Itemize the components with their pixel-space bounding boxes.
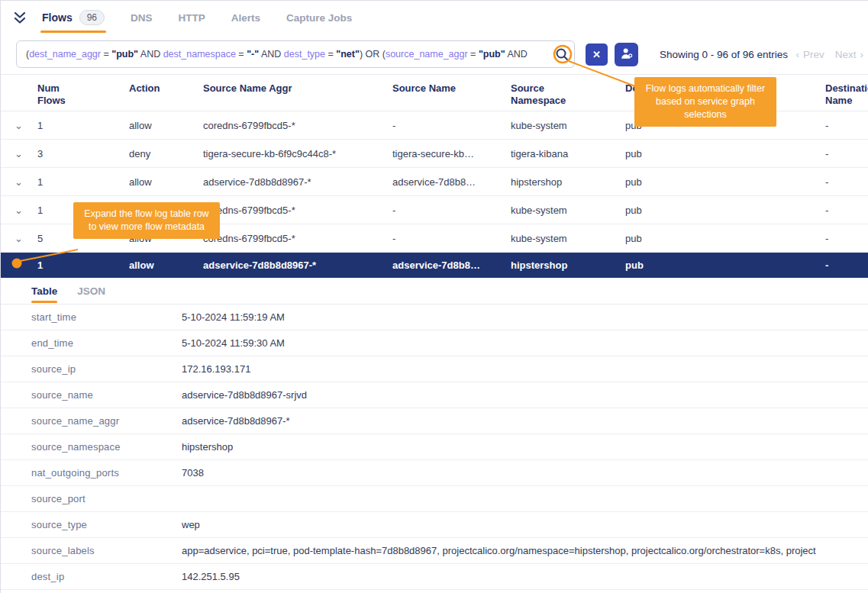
- table-row[interactable]: ⌄3denytigera-secure-kb-6f9c9c44c8-*tiger…: [1, 140, 868, 168]
- tab-capture-jobs[interactable]: Capture Jobs: [286, 1, 352, 34]
- flow-logs-panel: Flows 96 DNS HTTP Alerts Capture Jobs (d…: [0, 0, 868, 593]
- cell-dest-name: -: [825, 205, 868, 216]
- search-icon[interactable]: [554, 47, 570, 64]
- row-expand-chevron-icon[interactable]: ⌄: [1, 176, 37, 188]
- query-segment-value: "pub": [111, 49, 138, 60]
- tab-detail-table[interactable]: Table: [31, 278, 57, 304]
- query-segment-value: "net": [336, 49, 360, 60]
- detail-value: hipstershop: [182, 441, 868, 453]
- detail-value: 172.16.193.171: [182, 363, 868, 375]
- query-segment-field: source_name_aggr: [386, 49, 468, 60]
- row-expand-chevron-icon[interactable]: ⌄: [1, 205, 37, 216]
- pagination: ‹ Prev Next ›: [795, 49, 863, 60]
- prev-button[interactable]: ‹ Prev: [795, 49, 824, 60]
- cell-num-flows: 1: [37, 176, 129, 188]
- cell-action: allow: [129, 259, 203, 271]
- cell-source-name: -: [392, 205, 511, 216]
- detail-key: source_type: [31, 519, 182, 530]
- filter-query-input[interactable]: (dest_name_aggr = "pub" AND dest_namespa…: [16, 40, 575, 68]
- close-icon: ✕: [592, 49, 601, 60]
- detail-value: wep: [182, 519, 868, 530]
- query-segment-value: "-": [247, 49, 259, 60]
- query-segment-plain: AND: [505, 49, 528, 60]
- tab-flows[interactable]: Flows 96: [42, 1, 105, 34]
- detail-value: app=adservice, pci=true, pod-template-ha…: [182, 545, 868, 556]
- detail-key: nat_outgoing_ports: [31, 467, 182, 479]
- expand-row-tooltip: Expand the flow log table row to view mo…: [73, 202, 220, 239]
- tab-flows-label: Flows: [42, 11, 73, 24]
- detail-key: dest_ip: [31, 571, 182, 582]
- cell-num-flows: 3: [37, 148, 129, 160]
- tab-dns[interactable]: DNS: [131, 1, 153, 34]
- tab-detail-json[interactable]: JSON: [77, 278, 105, 304]
- header-num-flows: Num Flows: [37, 82, 129, 108]
- detail-value: adservice-7d8b8d8967-srjvd: [182, 389, 868, 401]
- detail-key: source_name_aggr: [31, 415, 182, 427]
- row-expand-chevron-icon[interactable]: ⌄: [1, 120, 37, 131]
- next-label: Next: [835, 49, 857, 60]
- detail-value: 5-10-2024 11:59:30 AM: [182, 337, 868, 349]
- cell-source-name: adservice-7d8b8…: [392, 259, 511, 271]
- detail-row: start_time5-10-2024 11:59:19 AM: [1, 305, 868, 330]
- cell-source-name: tigera-secure-kb…: [392, 148, 511, 160]
- collapse-panel-icon[interactable]: [13, 11, 27, 24]
- cell-source-name-aggr: adservice-7d8b8d8967-*: [203, 259, 392, 271]
- filter-toolbar: (dest_name_aggr = "pub" AND dest_namespa…: [1, 34, 868, 74]
- cell-action: deny: [129, 148, 203, 160]
- cell-source-name-aggr: adservice-7d8b8d8967-*: [203, 176, 392, 188]
- user-settings-button[interactable]: [615, 43, 638, 66]
- detail-key: source_namespace: [31, 441, 182, 453]
- cell-source-name: adservice-7d8b8…: [392, 176, 511, 188]
- query-segment-plain: =: [325, 49, 336, 60]
- cell-source-name-aggr: coredns-6799fbcd5-*: [203, 205, 392, 216]
- cell-num-flows: 1: [37, 259, 129, 271]
- tab-alerts[interactable]: Alerts: [231, 1, 260, 34]
- detail-key: source_labels: [31, 545, 182, 556]
- detail-value: 7038: [182, 467, 868, 479]
- detail-key: end_time: [31, 337, 182, 349]
- cell-dest-name: -: [825, 148, 868, 160]
- flow-detail-panel: Table JSON start_time5-10-2024 11:59:19 …: [1, 278, 868, 590]
- detail-tabs: Table JSON: [1, 278, 868, 305]
- cell-source-name: -: [392, 233, 511, 244]
- cell-source-namespace: kube-system: [511, 120, 625, 131]
- table-row[interactable]: ⌄1allowadservice-7d8b8d8967-*adservice-7…: [1, 168, 868, 196]
- detail-value: 5-10-2024 11:59:19 AM: [182, 311, 868, 323]
- cell-dest-name-aggr: pub: [625, 259, 825, 271]
- detail-row: source_typewep: [1, 512, 868, 538]
- detail-row: source_name_aggradservice-7d8b8d8967-*: [1, 408, 868, 434]
- next-button[interactable]: Next ›: [835, 49, 863, 60]
- table-row[interactable]: 1allowadservice-7d8b8d8967-*adservice-7d…: [1, 253, 868, 278]
- cell-dest-name: -: [825, 176, 868, 188]
- query-segment-plain: =: [468, 49, 479, 60]
- cell-source-namespace: tigera-kibana: [511, 148, 625, 160]
- clear-filter-button[interactable]: ✕: [586, 44, 608, 66]
- cell-dest-name-aggr: pub: [625, 205, 825, 216]
- chevron-left-icon: ‹: [795, 49, 799, 60]
- query-segment-field: dest_name_aggr: [29, 49, 101, 60]
- query-segment-field: dest_type: [284, 49, 325, 60]
- row-expand-chevron-icon[interactable]: ⌄: [1, 233, 37, 244]
- entries-summary: Showing 0 - 96 of 96 entries: [660, 49, 788, 60]
- filter-query-text: (dest_name_aggr = "pub" AND dest_namespa…: [26, 49, 528, 60]
- prev-label: Prev: [803, 49, 824, 60]
- tab-http[interactable]: HTTP: [179, 1, 205, 34]
- detail-row: source_ip172.16.193.171: [1, 356, 868, 382]
- row-expand-chevron-icon[interactable]: ⌄: [1, 148, 37, 160]
- cell-dest-name: -: [825, 259, 868, 271]
- header-dest-name: Destination Name: [825, 82, 868, 108]
- header-source-name-aggr: Source Name Aggr: [203, 82, 392, 95]
- detail-row: nat_outgoing_ports7038: [1, 460, 868, 486]
- detail-key: source_port: [31, 493, 182, 504]
- detail-row: source_port: [1, 486, 868, 512]
- detail-key: source_ip: [31, 363, 182, 375]
- detail-row: end_time5-10-2024 11:59:30 AM: [1, 330, 868, 356]
- query-segment-plain: ) OR (: [360, 49, 386, 60]
- top-tab-bar: Flows 96 DNS HTTP Alerts Capture Jobs: [1, 1, 868, 34]
- cell-num-flows: 1: [37, 120, 129, 131]
- detail-key: source_name: [31, 389, 182, 401]
- cell-source-name: -: [392, 120, 511, 131]
- detail-value: adservice-7d8b8d8967-*: [182, 415, 868, 427]
- cell-source-namespace: hipstershop: [511, 259, 625, 271]
- query-segment-value: "pub": [479, 49, 505, 60]
